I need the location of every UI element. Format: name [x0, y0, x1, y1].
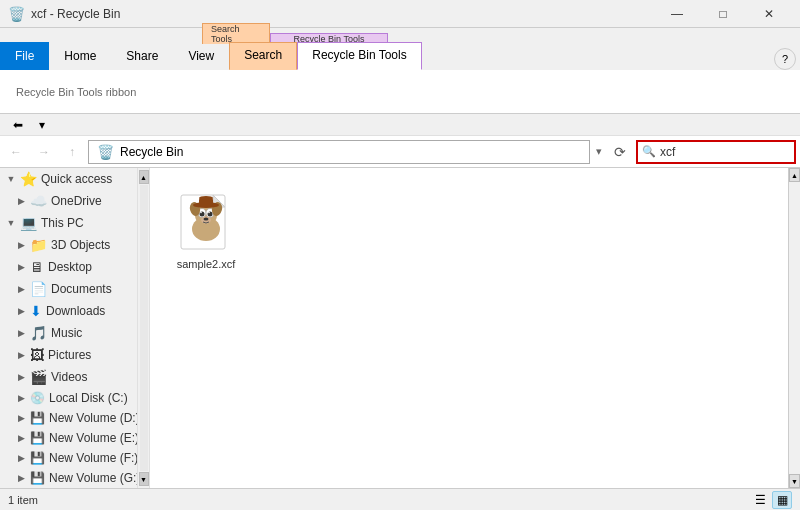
ribbon-tabs-row: File Home Share View Search Recycle Bin … [0, 44, 800, 70]
scroll-track-empty [789, 182, 800, 474]
address-location-icon: 🗑️ [97, 144, 114, 160]
vol-f-icon: 💾 [30, 451, 45, 465]
expand-this-pc[interactable]: ▼ [4, 216, 18, 230]
sidebar-item-videos[interactable]: ▶ 🎬 Videos [0, 366, 149, 388]
sidebar-item-local-c[interactable]: ▶ 💿 Local Disk (C:) [0, 388, 149, 408]
scroll-down-btn[interactable]: ▼ [789, 474, 800, 488]
expand-documents[interactable]: ▶ [14, 282, 28, 296]
back-button[interactable]: ← [4, 140, 28, 164]
details-view-button[interactable]: ▦ [772, 491, 792, 509]
sidebar-item-this-pc[interactable]: ▼ 💻 This PC [0, 212, 149, 234]
qat-btn-1[interactable]: ⬅ [8, 115, 28, 135]
list-view-button[interactable]: ☰ [750, 491, 770, 509]
main-area: ▲ ▼ ▼ ⭐ Quick access ▶ ☁️ OneDrive ▼ 💻 T… [0, 168, 800, 488]
xcf-file-svg [176, 193, 236, 253]
sidebar-item-vol-f[interactable]: ▶ 💾 New Volume (F:) [0, 448, 149, 468]
desktop-icon: 🖥 [30, 259, 44, 275]
sidebar: ▲ ▼ ▼ ⭐ Quick access ▶ ☁️ OneDrive ▼ 💻 T… [0, 168, 150, 488]
forward-button[interactable]: → [32, 140, 56, 164]
status-bar: 1 item ☰ ▦ [0, 488, 800, 510]
help-button[interactable]: ? [774, 48, 796, 70]
vol-d-label: New Volume (D:) [49, 411, 140, 425]
scroll-up-icon[interactable]: ▲ [139, 170, 149, 184]
sidebar-item-desktop[interactable]: ▶ 🖥 Desktop [0, 256, 149, 278]
search-icon: 🔍 [642, 145, 656, 158]
close-button[interactable]: ✕ [746, 0, 792, 28]
svg-point-9 [200, 212, 202, 214]
expand-onedrive[interactable]: ▶ [14, 194, 28, 208]
maximize-button[interactable]: □ [700, 0, 746, 28]
expand-vol-e[interactable]: ▶ [14, 431, 28, 445]
expand-downloads[interactable]: ▶ [14, 304, 28, 318]
expand-vol-f[interactable]: ▶ [14, 451, 28, 465]
search-tools-label: Search Tools [202, 23, 270, 44]
sidebar-inner: ▼ ⭐ Quick access ▶ ☁️ OneDrive ▼ 💻 This … [0, 168, 149, 488]
onedrive-icon: ☁️ [30, 193, 47, 209]
expand-vol-d[interactable]: ▶ [14, 411, 28, 425]
sidebar-item-vol-e[interactable]: ▶ 💾 New Volume (E:) [0, 428, 149, 448]
tab-file[interactable]: File [0, 42, 49, 70]
expand-quick-access[interactable]: ▼ [4, 172, 18, 186]
sidebar-scrollbar[interactable]: ▲ ▼ [137, 168, 149, 488]
local-c-icon: 💿 [30, 391, 45, 405]
3d-icon: 📁 [30, 237, 47, 253]
minimize-button[interactable]: — [654, 0, 700, 28]
address-box[interactable]: 🗑️ Recycle Bin [88, 140, 590, 164]
window-title: xcf - Recycle Bin [31, 7, 654, 21]
sidebar-item-downloads[interactable]: ▶ ⬇ Downloads [0, 300, 149, 322]
scroll-up-btn[interactable]: ▲ [789, 168, 800, 182]
videos-icon: 🎬 [30, 369, 47, 385]
title-controls: — □ ✕ [654, 0, 792, 28]
desktop-label: Desktop [48, 260, 92, 274]
svg-point-17 [199, 196, 213, 200]
scroll-down-icon[interactable]: ▼ [139, 472, 149, 486]
svg-point-10 [208, 212, 210, 214]
refresh-button[interactable]: ⟳ [608, 140, 632, 164]
expand-pictures[interactable]: ▶ [14, 348, 28, 362]
sidebar-item-documents[interactable]: ▶ 📄 Documents [0, 278, 149, 300]
downloads-icon: ⬇ [30, 303, 42, 319]
tab-home[interactable]: Home [49, 42, 111, 70]
downloads-label: Downloads [46, 304, 105, 318]
tab-search[interactable]: Search [229, 42, 297, 70]
file-name: sample2.xcf [177, 257, 236, 271]
sidebar-item-vol-g[interactable]: ▶ 💾 New Volume (G:) [0, 468, 149, 488]
title-bar: 🗑️ xcf - Recycle Bin — □ ✕ [0, 0, 800, 28]
expand-3d[interactable]: ▶ [14, 238, 28, 252]
expand-music[interactable]: ▶ [14, 326, 28, 340]
vol-g-icon: 💾 [30, 471, 45, 485]
pictures-label: Pictures [48, 348, 91, 362]
tab-recycle-bin-tools[interactable]: Recycle Bin Tools [297, 42, 422, 70]
documents-icon: 📄 [30, 281, 47, 297]
vol-g-label: New Volume (G:) [49, 471, 140, 485]
file-scrollbar[interactable]: ▲ ▼ [788, 168, 800, 488]
search-box[interactable]: 🔍 ✕ [636, 140, 796, 164]
view-toggle-buttons: ☰ ▦ [750, 491, 792, 509]
tab-view[interactable]: View [173, 42, 229, 70]
sidebar-item-onedrive[interactable]: ▶ ☁️ OneDrive [0, 190, 149, 212]
sidebar-item-pictures[interactable]: ▶ 🖼 Pictures [0, 344, 149, 366]
search-input[interactable] [660, 145, 800, 159]
documents-label: Documents [51, 282, 112, 296]
file-icon [176, 193, 236, 253]
scroll-thumb-sidebar [140, 185, 148, 471]
sidebar-item-music[interactable]: ▶ 🎵 Music [0, 322, 149, 344]
window-icon: 🗑️ [8, 6, 25, 22]
qat-dropdown[interactable]: ▾ [32, 115, 52, 135]
sidebar-item-quick-access[interactable]: ▼ ⭐ Quick access [0, 168, 149, 190]
local-c-label: Local Disk (C:) [49, 391, 128, 405]
address-location-text: Recycle Bin [120, 145, 183, 159]
expand-vol-g[interactable]: ▶ [14, 471, 28, 485]
up-button[interactable]: ↑ [60, 140, 84, 164]
vol-f-label: New Volume (F:) [49, 451, 138, 465]
sidebar-item-vol-d[interactable]: ▶ 💾 New Volume (D:) [0, 408, 149, 428]
sidebar-item-3d-objects[interactable]: ▶ 📁 3D Objects [0, 234, 149, 256]
expand-videos[interactable]: ▶ [14, 370, 28, 384]
list-item[interactable]: sample2.xcf [166, 184, 246, 280]
expand-local-c[interactable]: ▶ [14, 391, 28, 405]
address-dropdown-arrow[interactable]: ▾ [594, 145, 604, 158]
quick-access-toolbar: ⬅ ▾ [0, 114, 800, 136]
tab-share[interactable]: Share [111, 42, 173, 70]
vol-e-label: New Volume (E:) [49, 431, 139, 445]
expand-desktop[interactable]: ▶ [14, 260, 28, 274]
